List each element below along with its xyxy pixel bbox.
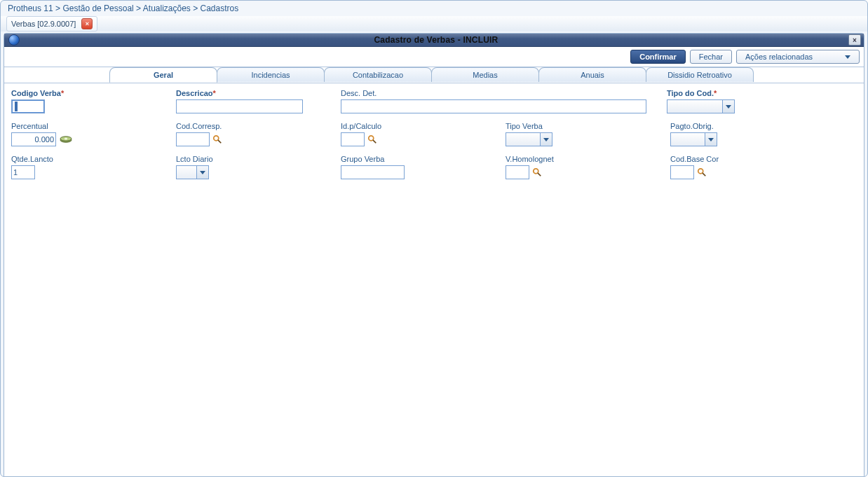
input-id-p-calculo[interactable] (341, 132, 365, 146)
form-geral: Codigo Verba* Descricao* Desc. Det. Tipo… (4, 83, 864, 477)
field-qtde-lancto: Qtde.Lancto (11, 155, 176, 179)
window-close-button[interactable]: × (848, 34, 861, 46)
window-tab-verbas[interactable]: Verbas [02.9.0007] × (6, 16, 97, 32)
label-tipo-do-cod: Tipo do Cod.* (667, 89, 717, 97)
search-icon[interactable] (697, 167, 707, 177)
svg-point-3 (214, 136, 219, 141)
window-title: Cadastro de Verbas - INCLUIR (24, 35, 848, 45)
search-icon[interactable] (532, 167, 542, 177)
label-cod-base-cor: Cod.Base Cor (670, 155, 719, 163)
svg-line-8 (538, 173, 541, 176)
label-lcto-diario: Lcto Diario (176, 155, 213, 163)
input-grupo-verba[interactable] (341, 165, 405, 179)
mdi-child-window: Cadastro de Verbas - INCLUIR × Confirmar… (4, 33, 864, 477)
related-actions-button[interactable]: Ações relacionadas (736, 50, 860, 64)
toolbar: Confirmar Fechar Ações relacionadas (4, 47, 864, 67)
tab-incidencias[interactable]: Incidencias (217, 67, 325, 82)
chevron-down-icon (540, 133, 552, 146)
label-codigo-verba: Codigo Verba* (11, 89, 64, 97)
input-descricao[interactable] (176, 99, 303, 113)
tab-strip: Geral Incidencias Contabilizacao Medias … (4, 67, 864, 83)
field-tipo-verba: Tipo Verba (506, 122, 670, 146)
input-cod-corresp[interactable] (176, 132, 210, 146)
label-tipo-verba: Tipo Verba (506, 122, 543, 130)
label-qtde-lancto: Qtde.Lancto (11, 155, 53, 163)
field-percentual: Percentual (11, 122, 176, 146)
field-pagto-obrig: Pagto.Obrig. (670, 122, 857, 146)
chevron-down-icon (722, 100, 734, 113)
search-icon[interactable] (367, 134, 377, 144)
breadcrumb: Protheus 11 > Gestão de Pessoal > Atuali… (1, 1, 867, 16)
label-desc-det: Desc. Det. (341, 89, 377, 97)
svg-point-2 (65, 137, 67, 139)
select-tipo-do-cod[interactable] (667, 99, 735, 113)
chevron-down-icon (845, 55, 850, 59)
label-pagto-obrig: Pagto.Obrig. (670, 122, 714, 130)
label-percentual: Percentual (11, 122, 48, 130)
input-qtde-lancto[interactable] (11, 165, 35, 179)
input-desc-det[interactable] (341, 99, 646, 113)
window-tab-strip: Verbas [02.9.0007] × (1, 16, 867, 32)
input-percentual[interactable] (11, 132, 56, 146)
label-v-homolognet: V.Homolognet (506, 155, 554, 163)
field-tipo-do-cod: Tipo do Cod.* (667, 89, 857, 113)
tab-dissidio-retroativo[interactable]: Dissidio Retroativo (646, 67, 754, 82)
svg-point-7 (534, 169, 538, 174)
app-window: Protheus 11 > Gestão de Pessoal > Atuali… (0, 0, 868, 477)
svg-point-9 (698, 169, 703, 174)
select-tipo-verba[interactable] (506, 132, 552, 146)
label-cod-corresp: Cod.Corresp. (176, 122, 222, 130)
label-id-p-calculo: Id.p/Calculo (341, 122, 381, 130)
tab-medias[interactable]: Medias (431, 67, 539, 82)
field-lcto-diario: Lcto Diario (176, 155, 341, 179)
svg-point-5 (369, 136, 374, 141)
select-lcto-diario[interactable] (176, 165, 209, 179)
chevron-down-icon (705, 133, 717, 146)
input-codigo-verba[interactable] (11, 99, 45, 113)
field-id-p-calculo: Id.p/Calculo (341, 122, 506, 146)
tab-geral[interactable]: Geral (109, 67, 217, 83)
label-descricao: Descricao* (176, 89, 216, 97)
field-descricao: Descricao* (176, 89, 341, 113)
confirm-button[interactable]: Confirmar (630, 50, 686, 64)
window-tab-label: Verbas [02.9.0007] (11, 20, 76, 28)
field-codigo-verba: Codigo Verba* (11, 89, 176, 113)
label-grupo-verba: Grupo Verba (341, 155, 384, 163)
input-cod-base-cor[interactable] (670, 165, 694, 179)
field-cod-corresp: Cod.Corresp. (176, 122, 341, 146)
field-grupo-verba: Grupo Verba (341, 155, 506, 179)
search-icon[interactable] (212, 134, 222, 144)
svg-line-10 (703, 173, 705, 176)
svg-line-4 (218, 140, 221, 143)
field-cod-base-cor: Cod.Base Cor (670, 155, 857, 179)
close-tab-icon[interactable]: × (81, 18, 93, 29)
field-desc-det: Desc. Det. (341, 89, 667, 113)
input-v-homolognet[interactable] (506, 165, 529, 179)
tab-anuais[interactable]: Anuais (538, 67, 646, 82)
chevron-down-icon (196, 166, 208, 179)
svg-line-6 (373, 140, 376, 143)
titlebar: Cadastro de Verbas - INCLUIR × (4, 34, 864, 47)
close-button[interactable]: Fechar (690, 50, 732, 64)
app-icon (8, 34, 20, 46)
field-v-homolognet: V.Homolognet (506, 155, 670, 179)
money-icon (59, 134, 73, 145)
tab-contabilizacao[interactable]: Contabilizacao (324, 67, 432, 82)
select-pagto-obrig[interactable] (670, 132, 717, 146)
related-actions-label: Ações relacionadas (745, 53, 813, 61)
